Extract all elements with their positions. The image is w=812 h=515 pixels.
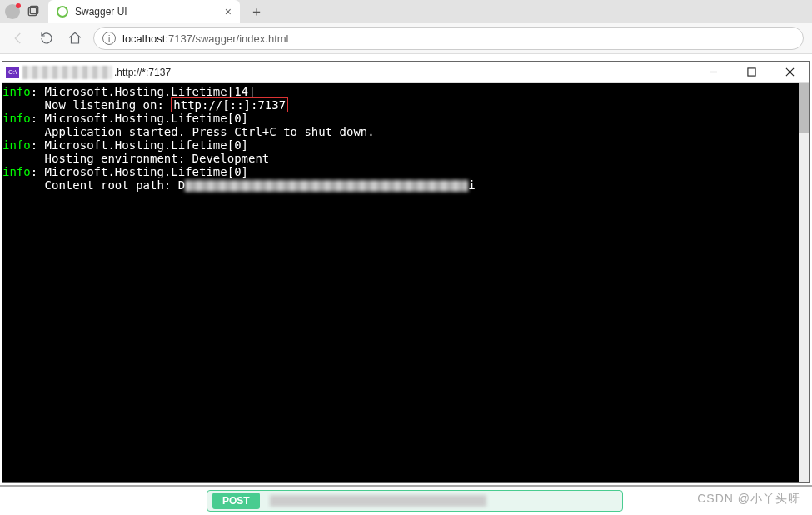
window-title-bar[interactable]: C:\ .http://*:7137 xyxy=(2,62,809,83)
redacted-endpoint xyxy=(270,495,486,507)
window-controls xyxy=(694,62,809,83)
scrollbar-thumb[interactable] xyxy=(799,83,809,133)
http-method-badge: POST xyxy=(212,492,260,509)
swagger-favicon xyxy=(57,6,68,18)
back-button[interactable] xyxy=(8,28,28,48)
log-level: info xyxy=(2,85,31,98)
close-window-button[interactable] xyxy=(770,62,809,83)
log-line: info: Microsoft.Hosting.Lifetime[0] xyxy=(2,138,799,152)
console-scrollbar[interactable] xyxy=(799,83,809,482)
swagger-operation[interactable]: POST xyxy=(207,490,623,512)
watermark: CSDN @小丫头呀 xyxy=(697,492,800,507)
log-level: info xyxy=(2,165,31,178)
maximize-button[interactable] xyxy=(732,62,770,83)
listening-url: http://[::]:7137 xyxy=(171,98,288,112)
console-window: C:\ .http://*:7137 info: Microsoft.Hosti… xyxy=(2,61,810,482)
minimize-button[interactable] xyxy=(694,62,732,83)
log-line: info: Microsoft.Hosting.Lifetime[14] xyxy=(2,85,799,98)
close-tab-button[interactable]: × xyxy=(225,5,232,18)
log-level: info xyxy=(2,112,31,125)
log-line: info: Microsoft.Hosting.Lifetime[0] xyxy=(2,165,799,178)
window-title: .http://*:7137 xyxy=(114,67,171,78)
console-output[interactable]: info: Microsoft.Hosting.Lifetime[14] Now… xyxy=(2,83,799,482)
log-line: Now listening on: http://[::]:7137 xyxy=(2,98,799,112)
log-level: info xyxy=(2,138,31,152)
url-text: localhost:7137/swagger/index.html xyxy=(122,32,288,45)
log-line: Hosting environment: Development xyxy=(2,152,799,165)
url-host: localhost xyxy=(122,32,165,45)
browser-chrome: Swagger UI × ＋ i localhost:7137/swagger/… xyxy=(0,0,812,54)
log-line: Application started. Press Ctrl+C to shu… xyxy=(2,125,799,138)
home-button[interactable] xyxy=(65,28,85,48)
profile-button[interactable] xyxy=(0,0,22,23)
new-tab-button[interactable]: ＋ xyxy=(245,2,268,22)
browser-tab[interactable]: Swagger UI × xyxy=(48,0,240,23)
avatar-icon xyxy=(5,4,20,19)
tabs-icon xyxy=(26,5,39,18)
tab-strip: Swagger UI × ＋ xyxy=(0,0,812,23)
swagger-page-peek: POST xyxy=(0,485,812,515)
svg-rect-2 xyxy=(747,68,755,76)
url-rest: :7137/swagger/index.html xyxy=(165,32,288,45)
redacted-title-segment xyxy=(22,66,112,79)
tabs-overview-button[interactable] xyxy=(22,0,43,23)
log-line: info: Microsoft.Hosting.Lifetime[0] xyxy=(2,112,799,125)
redacted-path xyxy=(185,180,468,192)
refresh-button[interactable] xyxy=(37,28,57,48)
address-bar: i localhost:7137/swagger/index.html xyxy=(0,23,812,53)
tab-title: Swagger UI xyxy=(75,6,218,18)
site-info-icon[interactable]: i xyxy=(102,32,116,45)
url-input[interactable]: i localhost:7137/swagger/index.html xyxy=(93,27,804,50)
console-app-icon: C:\ xyxy=(6,67,19,78)
log-line: Content root path: Di xyxy=(2,178,799,192)
